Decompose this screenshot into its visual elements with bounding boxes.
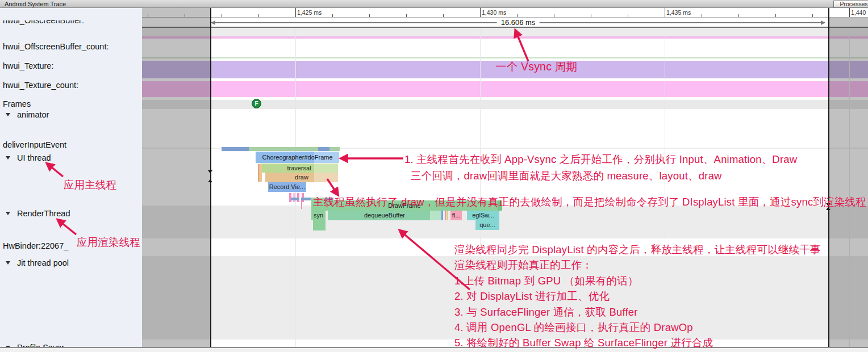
selection-boundary-left[interactable] [210, 8, 211, 347]
frame-marker-icon[interactable]: F [252, 99, 261, 108]
annotation-render-work-line: 1.上传 Bitmap 到 GPU （如果有的话） [454, 274, 639, 288]
hwui-offscreenbuffer-counter [142, 36, 868, 39]
sidebar-item-label: Jit thread pool [17, 258, 69, 267]
selection-grip-icon[interactable] [208, 179, 212, 182]
slice-dequeuebuffer[interactable]: dequeueBuffer [328, 211, 441, 220]
annotation-render-work-line: 渲染线程则开始真正的工作： [454, 258, 592, 272]
sidebar-item-hwui-offscreenbuffer-count-[interactable]: hwui_OffscreenBuffer_count: [0, 42, 142, 52]
ruler-minor-tick [517, 14, 518, 17]
window-title: Android System Trace [5, 1, 66, 7]
slice-syn[interactable]: syn [311, 211, 326, 220]
slice-eglsw-[interactable]: eglSw... [467, 211, 499, 220]
annotation-main-thread-line1: 1. 主线程首先在收到 App-Vsync 之后开始工作，分别执行 Input、… [404, 152, 797, 166]
slice-choreographer-doframe[interactable]: Choreographer#doFrame [256, 152, 339, 163]
ruler-major-tick [849, 8, 850, 17]
sidebar-item-frames[interactable]: Frames [0, 99, 142, 109]
annotation-render-work-line: 2. 对 DisplayList 进行加工、优化 [454, 289, 610, 303]
sidebar-item-label: Frames [3, 99, 31, 108]
ruler-minor-tick [702, 14, 702, 17]
ruler-tick-label: 1,430 ms [482, 9, 506, 16]
slice-fl-[interactable]: fl... [450, 211, 462, 220]
ruler-divider-heavy [142, 27, 868, 28]
clipped-label-wrap: hwui_OffscreenBuffer: [0, 20, 142, 26]
renderthread-row [142, 206, 868, 238]
ruler-minor-tick [554, 14, 554, 17]
sidebar-item-label: hwui_OffscreenBuffer: [3, 20, 84, 25]
small-slice[interactable] [301, 200, 302, 209]
ruler-minor-tick [443, 14, 444, 17]
ruler-minor-tick [628, 14, 628, 17]
ui-thread-state-runnable[interactable] [318, 147, 329, 151]
title-bar: Android System Trace Processes [0, 0, 868, 8]
sidebar-item-label: hwui_Texture_count: [3, 81, 78, 90]
small-slice[interactable] [441, 211, 443, 220]
hwui-offscreenbuffer-row [142, 28, 868, 36]
sidebar-item-label: UI thread [17, 153, 51, 162]
android-system-trace-window: Android System Trace Processes hwui_Offs… [0, 0, 868, 352]
sidebar-item-hwui-texture-[interactable]: hwui_Texture: [0, 61, 142, 71]
outside-selection-overlay-right [828, 18, 868, 347]
collapse-triangle-icon[interactable] [6, 113, 10, 116]
slice-que-[interactable]: que... [475, 220, 499, 230]
sidebar-item-hwui-offscreenbuffer-[interactable]: hwui_OffscreenBuffer: [0, 20, 142, 30]
slice-draw[interactable]: draw [265, 173, 338, 182]
ruler-minor-tick [591, 14, 591, 17]
annotation-main-thread-line2: 三个回调，draw回调里面就是大家熟悉的 measure、layout、draw [411, 169, 722, 183]
ruler-tick-label: 1,435 ms [666, 9, 691, 16]
ruler-tick-label: 1,425 ms [297, 9, 322, 16]
sidebar-item-label: hwui_OffscreenBuffer_count: [3, 42, 108, 51]
sidebar-item-renderthread[interactable]: RenderThread [0, 209, 142, 219]
outside-selection-overlay-left [142, 8, 210, 347]
annotation-vsync-period: 一个 Vsync 周期 [495, 59, 577, 74]
sidebar-item-hwui-texture-count-[interactable]: hwui_Texture_count: [0, 81, 142, 90]
ruler-minor-tick [812, 14, 813, 17]
ruler-major-tick [480, 8, 481, 17]
ruler-major-tick [295, 8, 296, 17]
processes-button[interactable]: Processes [833, 1, 868, 8]
window-bottom-strip [0, 348, 868, 352]
selection-boundary-right[interactable] [828, 8, 829, 347]
slice-record-vie-[interactable]: Record Vie... [268, 182, 306, 192]
major-gridline [665, 28, 665, 347]
ui-thread-state-running[interactable] [329, 147, 340, 151]
collapse-triangle-icon[interactable] [6, 212, 10, 215]
renderthread-state[interactable] [291, 198, 299, 200]
sidebar-item-label: RenderThread [17, 209, 70, 218]
small-slice[interactable] [446, 211, 448, 220]
sidebar-item-label: animator [17, 110, 49, 119]
ui-thread-state-running[interactable] [249, 147, 318, 151]
ruler-minor-tick [406, 14, 407, 17]
annotation-draw-note: 主线程虽然执行了 draw，但是并没有真正的去做绘制，而是把绘制命令存到了 DI… [313, 195, 866, 209]
annotation-app-render-thread: 应用渲染线程 [77, 235, 140, 249]
small-slice[interactable] [260, 164, 262, 182]
selection-grip-icon[interactable] [208, 170, 212, 173]
sidebar-item-label: HwBinder:22067_ [3, 241, 68, 250]
ruler-tick-label: 1,440 [851, 9, 866, 16]
ruler-major-tick [665, 8, 665, 17]
sidebar-item-animator[interactable]: animator [0, 110, 142, 120]
small-slice[interactable] [258, 164, 260, 182]
ui-thread-state-runnable[interactable] [222, 147, 249, 151]
sidebar-item-deliverinputevent[interactable]: deliverInputEvent [0, 140, 142, 150]
annotation-render-work-line: 3. 与 SurfaceFlinger 通信，获取 Buffer [454, 305, 638, 319]
ruler-minor-tick [258, 14, 259, 17]
ruler-divider [142, 17, 868, 18]
ruler-minor-tick [222, 14, 222, 17]
slice-traversal[interactable]: traversal [260, 164, 338, 173]
collapse-triangle-icon[interactable] [6, 156, 10, 160]
measurement-duration-label: 16.606 ms [497, 18, 540, 27]
renderthread-state[interactable] [301, 198, 311, 200]
sidebar-item-jit-thread-pool[interactable]: Jit thread pool [0, 258, 142, 268]
ruler-minor-tick [332, 14, 333, 17]
collapse-triangle-icon[interactable] [6, 261, 10, 265]
annotation-render-work-line: 4. 调用 OpenGL 的绘画接口，执行真正的 DrawOp [454, 320, 693, 334]
ruler-minor-tick [369, 14, 370, 17]
annotation-app-main-thread: 应用主线程 [64, 178, 117, 192]
small-slice[interactable] [445, 211, 446, 220]
sidebar-item-label: deliverInputEvent [3, 140, 66, 149]
sidebar-item-ui-thread[interactable]: UI thread [0, 153, 142, 163]
frames-row [142, 100, 868, 109]
ruler-minor-tick [775, 14, 776, 17]
small-slice[interactable] [313, 220, 326, 231]
hwui-texture-count-counter [142, 81, 868, 97]
